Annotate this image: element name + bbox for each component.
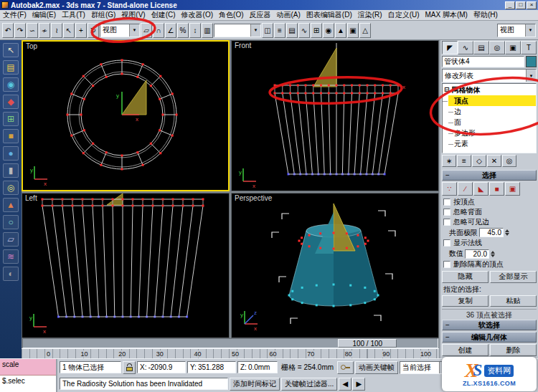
copy-button[interactable]: 复制 — [442, 295, 489, 307]
stack-item-mesh[interactable]: ⊟ 网格物体 — [443, 85, 536, 95]
coordinate-x-field[interactable]: X:-2090.9 — [137, 361, 186, 373]
face-mode-icon[interactable]: ◣ — [473, 182, 489, 196]
next-key-button[interactable]: ▶ — [352, 378, 365, 391]
mirror-icon[interactable]: ◫ — [262, 23, 273, 38]
snap-toggle-icon[interactable]: ∩ — [153, 23, 164, 38]
show-end-result-icon[interactable]: ≡ — [457, 155, 471, 167]
previous-key-button[interactable]: ◀ — [339, 378, 351, 391]
modifier-stack-list[interactable]: ⊟ 网格物体 顶点 边 面 多边形 元素 — [442, 83, 537, 153]
left-tool-half[interactable]: ◐ — [3, 267, 19, 281]
rollout-edit-geometry[interactable]: 编辑几何体 — [442, 332, 537, 343]
named-selection-dropdown[interactable]: ▼ — [214, 24, 261, 37]
left-tool-tube[interactable]: ◎ — [3, 181, 19, 195]
select-rotate-icon[interactable]: ↻ — [88, 23, 99, 38]
render-scene-icon[interactable]: ▲ — [335, 23, 346, 38]
redo-icon[interactable]: ↷ — [14, 23, 26, 38]
left-tool-plane[interactable]: ▱ — [3, 232, 19, 247]
menu-item[interactable]: 图表编辑器(D) — [303, 10, 355, 20]
viewport-top-label[interactable]: Top — [26, 42, 37, 50]
create-button[interactable]: 创建 — [442, 344, 489, 356]
selection-lock-toggle[interactable] — [123, 361, 136, 374]
select-link-icon[interactable]: ∽ — [27, 23, 38, 38]
display-tab[interactable]: ▣ — [505, 41, 521, 54]
hierarchy-tab[interactable]: ▤ — [473, 41, 489, 54]
left-tool-box[interactable]: ■ — [3, 129, 19, 143]
top-viewport-canvas[interactable]: yxyx — [23, 42, 228, 190]
spinner-arrows-icon[interactable] — [491, 251, 495, 257]
material-editor-icon[interactable]: ◉ — [323, 23, 334, 38]
auto-key-button[interactable]: 动画关键帧 — [355, 361, 398, 374]
menu-item[interactable]: 修改器(O) — [179, 10, 216, 20]
select-object-icon[interactable]: ↖ — [63, 23, 75, 38]
menu-item[interactable]: 群组(G) — [88, 10, 118, 20]
object-name-field[interactable] — [442, 56, 524, 68]
viewport-perspective-label[interactable]: Perspective — [235, 194, 272, 202]
hide-button[interactable]: 隐藏 — [442, 271, 489, 283]
viewport-perspective[interactable]: yxz Perspective — [231, 193, 439, 338]
left-tool-select[interactable]: ↖ — [3, 43, 19, 57]
show-normals-checkbox[interactable]: 显示法线 — [442, 238, 537, 248]
stack-item-polygon[interactable]: 多边形 — [454, 128, 536, 138]
layer-manager-icon[interactable]: ▤ — [286, 23, 298, 38]
menu-item[interactable]: 创建(C) — [148, 10, 179, 20]
unhide-all-button[interactable]: 全部显示 — [490, 271, 537, 283]
stack-item-element[interactable]: 元素 — [454, 138, 536, 149]
left-tool-grid[interactable]: ⊞ — [3, 112, 19, 126]
bind-spacewarp-icon[interactable]: ≀ — [51, 23, 62, 38]
left-tool-cylinder[interactable]: ▮ — [3, 163, 19, 178]
left-tool-circle[interactable]: ◉ — [3, 77, 19, 92]
menu-item[interactable]: 编辑(E) — [29, 10, 59, 20]
paste-button[interactable]: 粘贴 — [490, 295, 537, 307]
vertex-mode-icon[interactable]: ∵ — [442, 182, 457, 196]
reference-coordinate-system-dropdown[interactable]: 视图 ▼ — [100, 24, 140, 37]
motion-tab[interactable]: ◎ — [489, 41, 505, 54]
viewport-front[interactable]: xyx Front — [231, 40, 439, 191]
menu-item[interactable]: 渲染(R) — [355, 10, 385, 20]
planar-thresh-field[interactable]: 45.0 — [479, 228, 504, 237]
make-unique-icon[interactable]: ◇ — [472, 155, 486, 167]
time-slider-handle[interactable]: 100 / 100 — [338, 339, 397, 348]
viewport-front-label[interactable]: Front — [235, 42, 251, 49]
remove-modifier-icon[interactable]: ✕ — [487, 155, 501, 167]
render-view-dropdown[interactable]: 视图 ▼ — [497, 24, 536, 37]
menu-item[interactable]: 角色(O) — [216, 10, 246, 20]
collapse-toggle-icon[interactable]: ⊟ — [444, 87, 450, 93]
edge-mode-icon[interactable]: ∕ — [458, 182, 473, 196]
minimize-button[interactable]: _ — [505, 1, 515, 9]
delete-isolated-vertices-checkbox[interactable]: 删除隔离的顶点 — [442, 259, 537, 269]
coordinate-y-field[interactable]: Y:351.288 — [187, 361, 236, 373]
listener-line[interactable]: $.selec — [0, 376, 56, 392]
delete-button[interactable]: 删除 — [490, 344, 537, 356]
percent-snap-icon[interactable]: % — [177, 23, 189, 38]
element-mode-icon[interactable]: ▣ — [505, 182, 520, 196]
edit-named-selections-icon[interactable]: ▥ — [202, 23, 213, 38]
create-tab[interactable]: ◤ — [442, 41, 458, 54]
schematic-view-icon[interactable]: ⊞ — [311, 23, 322, 38]
viewport-left[interactable]: yx Left — [22, 193, 230, 338]
perspective-viewport-canvas[interactable]: yxz — [232, 193, 438, 338]
viewport-left-label[interactable]: Left — [25, 194, 37, 202]
key-filters-button[interactable]: 关键帧过滤器... — [281, 378, 337, 391]
menu-item[interactable]: 自定义(U) — [385, 10, 423, 20]
undo-icon[interactable]: ↶ — [2, 23, 14, 38]
align-icon[interactable]: ≡ — [274, 23, 285, 38]
by-vertex-checkbox[interactable]: 按顶点 — [442, 197, 537, 207]
quick-render-icon[interactable]: △ — [359, 23, 371, 38]
menu-item[interactable]: 帮助(H) — [471, 10, 501, 20]
front-viewport-canvas[interactable]: xyx — [232, 41, 438, 191]
stack-item-edge[interactable]: 边 — [454, 106, 536, 117]
configure-stack-icon[interactable]: ◎ — [502, 155, 516, 167]
menu-item[interactable]: 视图(V) — [118, 10, 148, 20]
time-slider[interactable]: 100 / 100 — [22, 338, 438, 348]
track-bar[interactable]: 0102030405060708090100 — [22, 348, 439, 358]
stack-item-vertex[interactable]: 顶点 — [448, 95, 536, 106]
menu-item[interactable]: 动画(A) — [274, 10, 303, 20]
modify-tab[interactable]: ∿ — [458, 41, 473, 54]
coordinate-z-field[interactable]: Z:0.0mm — [237, 361, 278, 373]
set-key-button[interactable] — [337, 361, 354, 374]
close-button[interactable]: × — [527, 1, 537, 9]
left-tool-cone[interactable]: ▲ — [3, 198, 19, 212]
object-color-swatch[interactable] — [526, 56, 537, 68]
ignore-backfacing-checkbox[interactable]: 忽略背面 — [442, 207, 537, 217]
maxscript-mini-listener[interactable]: scale $.selec — [0, 359, 57, 392]
